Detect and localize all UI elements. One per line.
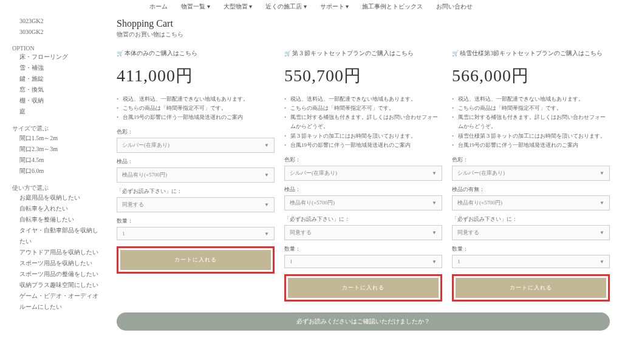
select[interactable]: シルバー(在庫あり)▼: [284, 166, 442, 181]
select-value: 検品有り(+5700円): [457, 199, 502, 207]
select-value: 同意する: [290, 229, 312, 237]
sidebar: 3023GK2 3030GK2 OPTION 床・フローリング雪・補強鍵・施錠窓…: [12, 16, 109, 331]
add-to-cart-button[interactable]: カートに入れる: [456, 278, 606, 298]
sidebar-use[interactable]: スポーツ用品の整備をしたい: [19, 269, 102, 280]
sidebar-model[interactable]: 3030GK2: [19, 27, 102, 38]
cart-title: Shopping Cart: [117, 18, 610, 29]
nav-item[interactable]: 施工事例とトピックス: [362, 2, 423, 11]
sidebar-size[interactable]: 間口6.0m: [19, 166, 102, 177]
chevron-down-icon: ▼: [264, 202, 269, 207]
add-to-cart-highlight: カートに入れる: [284, 274, 442, 302]
column-head: 積雪仕様第3節キットセットプランのご購入はこちら: [452, 49, 610, 58]
nav-item[interactable]: ホーム: [149, 2, 168, 11]
field-label: 検品：: [284, 186, 442, 194]
select[interactable]: シルバー(在庫あり)▼: [452, 166, 610, 181]
bullet: こちらの商品は「時間帯指定不可」です。: [284, 104, 442, 113]
select-value: 同意する: [457, 229, 479, 237]
select[interactable]: 同意する▼: [452, 225, 610, 240]
chevron-down-icon: ▼: [432, 259, 437, 265]
bullet-list: 税込、送料込、一部配達できない地域もあります。こちらの商品は「時間帯指定不可」で…: [452, 95, 610, 150]
select[interactable]: 検品有り(+5700円)▼: [452, 195, 610, 211]
field-label: 数量：: [452, 245, 610, 253]
sidebar-use[interactable]: ゲーム・ビデオ・オーディオルームにしたい: [19, 291, 102, 312]
sidebar-use[interactable]: アウトドア用品を収納したい: [19, 247, 102, 258]
chevron-down-icon: ▼: [600, 200, 604, 206]
bullet: 風雪に対する補強も付きます。詳しくはお問い合わせフォームからどうぞ。: [284, 113, 442, 132]
column-head: 本体のみのご購入はこちら: [117, 49, 275, 58]
select[interactable]: 検品有り(+5700円)▼: [284, 195, 442, 211]
cart-subtitle: 物置のお買い物はこちら: [117, 30, 610, 39]
add-to-cart-button[interactable]: カートに入れる: [288, 278, 439, 298]
sidebar-use[interactable]: 自転車を整備したい: [19, 214, 102, 225]
sidebar-size[interactable]: 間口1.5m～2m: [19, 133, 102, 144]
sidebar-use[interactable]: スポーツ用品を収納したい: [19, 258, 102, 269]
sidebar-size[interactable]: 間口4.5m: [19, 155, 102, 166]
sidebar-head-option: OPTION: [12, 45, 102, 52]
field-label: 色彩：: [452, 156, 610, 164]
top-nav: ホーム 物置一覧 ▾ 大型物置 ▾ 近くの施工店 ▾ サポート ▾ 施工事例とト…: [0, 0, 622, 16]
chevron-down-icon: ▼: [600, 259, 604, 265]
sidebar-option[interactable]: 鍵・施錠: [19, 73, 102, 84]
field-label: 検品の有無：: [452, 186, 610, 194]
add-to-cart-button[interactable]: カートに入れる: [120, 250, 271, 270]
chevron-down-icon: ▼: [600, 170, 604, 176]
chevron-down-icon: ▼: [432, 200, 437, 206]
bullet: 税込、送料込、一部配達できない地域もあります。: [117, 95, 275, 104]
sidebar-use[interactable]: お庭用品を収納したい: [19, 192, 102, 203]
sidebar-option[interactable]: 庭: [19, 106, 102, 117]
price: 550,700円: [284, 64, 442, 87]
sidebar-use[interactable]: 収納プラス趣味空間にしたい: [19, 280, 102, 291]
select-value: 検品有り(+5700円): [290, 199, 335, 207]
chevron-down-icon: ▼: [432, 230, 437, 235]
bullet: 台風19号の影響に伴う一部地域発送遅れのご案内: [452, 141, 610, 150]
chevron-down-icon: ▼: [264, 231, 269, 237]
select-value: シルバー(在庫あり): [290, 169, 337, 177]
sidebar-option[interactable]: 窓・換気: [19, 84, 102, 95]
add-to-cart-highlight: カートに入れる: [452, 274, 610, 302]
select-value: シルバー(在庫あり): [457, 169, 505, 177]
main: Shopping Cart 物置のお買い物はこちら 本体のみのご購入はこちら41…: [109, 16, 610, 331]
field-label: 色彩：: [117, 128, 275, 136]
field-label: 「必ずお読み下さい」に：: [284, 215, 442, 223]
nav-item[interactable]: 近くの施工店 ▾: [265, 2, 307, 11]
select-value: 同意する: [122, 201, 144, 209]
bullet-list: 税込、送料込、一部配達できない地域もあります。こちらの商品は「時間帯指定不可」で…: [117, 95, 275, 123]
chevron-down-icon: ▼: [264, 172, 269, 178]
select[interactable]: 1▼: [117, 227, 275, 240]
sidebar-use[interactable]: 自転車を入れたい: [19, 203, 102, 214]
field-label: 色彩：: [284, 156, 442, 164]
nav-item[interactable]: サポート ▾: [320, 2, 349, 11]
select[interactable]: シルバー(在庫あり)▼: [117, 138, 275, 153]
nav-item[interactable]: 物置一覧 ▾: [181, 2, 210, 11]
sidebar-use[interactable]: タイヤ・自動車部品を収納したい: [19, 225, 102, 247]
confirm-banner[interactable]: 必ずお読みくださいはご確認いただけましたか？: [117, 312, 610, 331]
select[interactable]: 1▼: [452, 255, 610, 268]
sidebar-option[interactable]: 棚・収納: [19, 95, 102, 106]
bullet: 積雪仕様第３節キットの加工にはお時間を頂いております。: [452, 132, 610, 141]
bullet: 風雪に対する補強も付きます。詳しくはお問い合わせフォームからどうぞ。: [452, 113, 610, 132]
bullet: 第３節キットの加工にはお時間を頂いております。: [284, 132, 442, 141]
nav-item[interactable]: 大型物置 ▾: [224, 2, 253, 11]
field-label: 数量：: [117, 217, 275, 225]
sidebar-size[interactable]: 間口2.3m～3m: [19, 144, 102, 155]
add-to-cart-highlight: カートに入れる: [117, 246, 275, 274]
select[interactable]: 同意する▼: [284, 225, 442, 240]
sidebar-model[interactable]: 3023GK2: [19, 16, 102, 27]
price: 566,000円: [452, 64, 610, 87]
sidebar-option[interactable]: 雪・補強: [19, 62, 102, 73]
bullet: 税込、送料込、一部配達できない地域もあります。: [452, 95, 610, 104]
select[interactable]: 同意する▼: [117, 197, 275, 212]
select-value: 1: [122, 231, 125, 237]
sidebar-option[interactable]: 床・フローリング: [19, 52, 102, 62]
bullet: 税込、送料込、一部配達できない地域もあります。: [284, 95, 442, 104]
select[interactable]: 検品有り(+5700円)▼: [117, 167, 275, 183]
product-column: 第３節キットセットプランのご購入はこちら550,700円税込、送料込、一部配達で…: [284, 49, 442, 302]
chevron-down-icon: ▼: [600, 230, 604, 235]
column-head: 第３節キットセットプランのご購入はこちら: [284, 49, 442, 58]
sidebar-head-size: サイズで選ぶ: [12, 124, 102, 133]
field-label: 「必ずお読み下さい」に：: [452, 215, 610, 223]
select[interactable]: 1▼: [284, 255, 442, 268]
field-label: 数量：: [284, 245, 442, 253]
product-column: 本体のみのご購入はこちら411,000円税込、送料込、一部配達できない地域もあり…: [117, 49, 275, 302]
nav-item[interactable]: お問い合わせ: [436, 2, 473, 11]
